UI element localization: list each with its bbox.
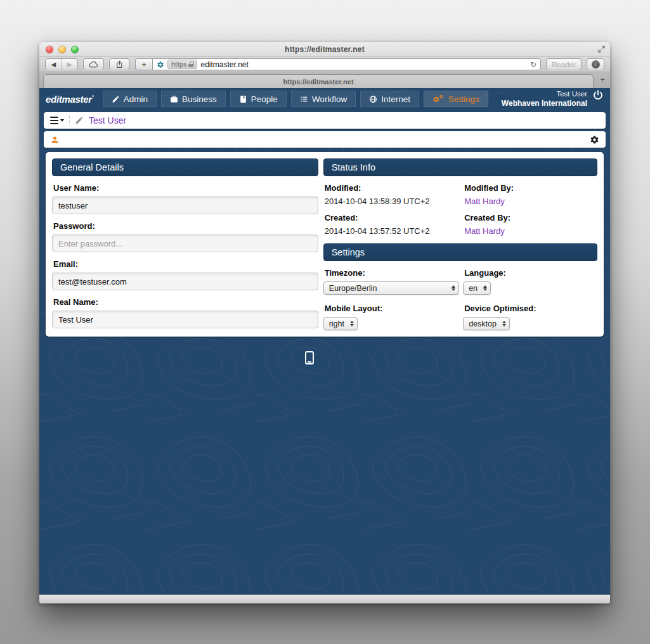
pencil-icon — [112, 95, 120, 103]
mobile-preview-icon[interactable] — [305, 351, 314, 364]
user-box: Test User Webhaven International — [502, 89, 604, 108]
logged-in-user: Test User — [502, 89, 587, 98]
timezone-select[interactable]: Europe/Berlin — [323, 281, 459, 295]
general-details-header: General Details — [52, 158, 318, 176]
lock-icon — [188, 61, 193, 67]
nav-item-workflow[interactable]: Workflow — [291, 91, 356, 107]
created-label: Created: — [325, 213, 462, 222]
language-value: en — [469, 284, 478, 293]
icloud-tabs-button[interactable] — [83, 58, 104, 70]
browser-window: https://editmaster.net ◀ ▶ + — [39, 42, 610, 603]
globe-icon — [369, 95, 377, 103]
modified-label: Modified: — [325, 183, 462, 193]
nav-item-people[interactable]: People — [230, 91, 287, 107]
reload-button[interactable]: ↻ — [530, 60, 536, 69]
address-bar-group: + https editmaster.net ↻ — [135, 58, 541, 70]
tab-title: https://editmaster.net — [283, 78, 353, 86]
modified-value: 2014-10-04 13:58:39 UTC+2 — [325, 196, 462, 206]
download-arrow-icon: ↓ — [592, 60, 600, 68]
downloads-button[interactable]: ↓ — [587, 58, 604, 70]
mobile-layout-select[interactable]: right — [323, 317, 358, 330]
nav-label: Settings — [448, 94, 479, 104]
browser-status-bar — [39, 595, 610, 603]
app-navbar: editmaster° Admin Business People — [39, 88, 610, 110]
browser-toolbar: ◀ ▶ + https editmaster.net ↻ — [39, 57, 610, 72]
actions-bar — [44, 131, 606, 148]
menu-dropdown-icon[interactable] — [50, 117, 64, 124]
nav-label: Internet — [381, 94, 410, 104]
tab-bar: https://editmaster.net + — [39, 72, 610, 88]
pencil-icon — [75, 116, 84, 125]
username-input[interactable] — [52, 196, 318, 214]
active-tab[interactable]: https://editmaster.net — [43, 74, 594, 88]
mobile-layout-label: Mobile Layout: — [325, 304, 462, 313]
nav-item-internet[interactable]: Internet — [360, 91, 419, 107]
email-label: Email: — [53, 259, 317, 269]
organisation-name: Webhaven International — [502, 99, 587, 108]
gear-icon[interactable] — [590, 135, 599, 145]
email-input[interactable] — [52, 273, 318, 290]
device-optimised-select[interactable]: desktop — [463, 317, 510, 330]
fullscreen-icon[interactable] — [598, 46, 605, 53]
select-arrows-icon — [350, 321, 354, 327]
divider — [69, 115, 70, 126]
modified-by-label: Modified By: — [464, 183, 596, 193]
address-bar[interactable]: https editmaster.net ↻ — [152, 58, 541, 70]
history-nav-control: ◀ ▶ — [45, 58, 78, 70]
status-settings-section: Status Info Modified: 2014-10-04 13:58:3… — [323, 158, 597, 330]
created-value: 2014-10-04 13:57:52 UTC+2 — [325, 226, 462, 236]
select-arrows-icon — [483, 285, 487, 292]
mobile-layout-value: right — [329, 319, 344, 328]
briefcase-icon — [170, 95, 178, 103]
nav-label: People — [251, 94, 278, 104]
book-icon — [239, 95, 247, 103]
nav-item-business[interactable]: Business — [161, 91, 226, 107]
created-by-label: Created By: — [464, 213, 596, 222]
device-optimised-label: Device Optimised: — [464, 304, 596, 313]
password-label: Password: — [53, 221, 317, 231]
nav-item-settings[interactable]: Settings — [424, 91, 488, 107]
language-select[interactable]: en — [463, 281, 491, 295]
power-icon[interactable] — [592, 89, 604, 101]
reader-button[interactable]: Reader — [546, 58, 582, 70]
site-favicon-icon — [157, 61, 164, 68]
nav-label: Business — [182, 94, 217, 104]
nav-label: Workflow — [312, 94, 347, 104]
person-icon[interactable] — [50, 135, 60, 145]
created-by-link[interactable]: Matt Hardy — [464, 226, 596, 236]
device-preview-row — [39, 351, 610, 364]
breadcrumb[interactable]: Test User — [89, 115, 126, 126]
web-content: editmaster° Admin Business People — [39, 88, 610, 595]
user-detail-panel: General Details User Name: Password: Ema… — [46, 152, 604, 337]
breadcrumb-bar: Test User — [44, 112, 606, 129]
window-title: https://editmaster.net — [39, 45, 610, 54]
language-label: Language: — [464, 268, 596, 278]
realname-input[interactable] — [52, 311, 318, 328]
select-arrows-icon — [452, 285, 455, 292]
desktop-preview-icon[interactable] — [331, 352, 345, 364]
https-badge: https — [167, 60, 197, 69]
status-info-header: Status Info — [323, 158, 597, 176]
username-label: User Name: — [53, 183, 317, 193]
device-optimised-value: desktop — [469, 319, 497, 328]
select-arrows-icon — [502, 321, 506, 327]
realname-label: Real Name: — [53, 297, 317, 307]
timezone-value: Europe/Berlin — [329, 284, 377, 293]
password-input[interactable] — [52, 235, 318, 252]
app-logo: editmaster° — [46, 94, 94, 105]
forward-button[interactable]: ▶ — [62, 59, 78, 70]
share-button[interactable] — [109, 58, 130, 70]
add-page-button[interactable]: + — [135, 58, 152, 70]
gears-icon — [432, 94, 445, 103]
list-icon — [300, 95, 308, 103]
url-text: editmaster.net — [200, 60, 526, 69]
new-tab-button[interactable]: + — [600, 75, 605, 84]
timezone-label: Timezone: — [325, 268, 462, 278]
nav-item-admin[interactable]: Admin — [103, 91, 157, 107]
https-label: https — [171, 61, 186, 68]
modified-by-link[interactable]: Matt Hardy — [464, 196, 596, 206]
settings-header: Settings — [323, 243, 597, 261]
back-button[interactable]: ◀ — [46, 59, 62, 70]
nav-label: Admin — [124, 94, 148, 104]
window-titlebar: https://editmaster.net — [39, 42, 610, 57]
